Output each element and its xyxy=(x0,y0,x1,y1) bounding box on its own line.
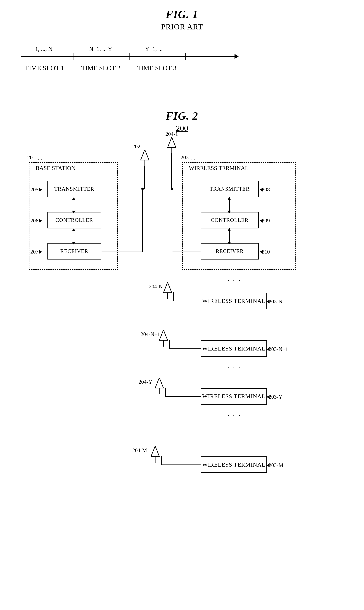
wt1-antenna xyxy=(166,137,178,154)
wtm-h-line xyxy=(161,464,201,465)
wt1-arrow-cr-up xyxy=(227,228,231,231)
fig2-section: FIG. 2 200 BASE STATION 201 ⌒ TRANSMITTE… xyxy=(0,110,364,610)
wt1-controller-arrow xyxy=(260,219,263,223)
bs-main-vline xyxy=(142,189,143,252)
wt1-transmitter-arrow xyxy=(260,188,263,192)
timeline-tick-2 xyxy=(130,53,130,60)
fig2-number: 200 xyxy=(0,123,364,133)
timeline: 1, ..., N N+1, ... Y Y+1, ... TIME SLOT … xyxy=(21,46,249,75)
wty-arrow xyxy=(267,395,270,399)
wt1-arrow-tc-up xyxy=(227,197,231,200)
wtm-antenna-ref: 204-M xyxy=(132,447,147,453)
fig1-title: FIG. 1 xyxy=(0,8,364,21)
wty-label: WIRELESS TERMINAL xyxy=(202,393,265,400)
wty-antenna-ref: 204-Y xyxy=(139,379,152,385)
wtm-label: WIRELESS TERMINAL xyxy=(202,461,265,468)
dots-3: . . . xyxy=(228,409,241,418)
wtn-h-line xyxy=(173,301,201,301)
fig1-subtitle: PRIOR ART xyxy=(0,22,364,31)
bs-controller-box: CONTROLLER xyxy=(47,212,101,228)
timeline-label-3: Y+1, ... xyxy=(145,46,163,52)
bs-receiver-ref: 207 xyxy=(30,249,39,255)
wtn-antenna-ref: 204-N xyxy=(149,284,163,290)
wt1-transmitter-ref: 208 xyxy=(262,186,270,193)
wty-h-line xyxy=(165,396,201,397)
svg-marker-10 xyxy=(151,446,159,456)
wtm-antenna xyxy=(149,446,161,463)
wty-ref: 203-Y xyxy=(269,394,282,400)
wtn1-antenna-ref: 204-N+1 xyxy=(141,331,160,337)
svg-marker-0 xyxy=(141,150,149,160)
bs-transmitter-label: TRANSMITTER xyxy=(54,186,94,192)
diagram: BASE STATION 201 ⌒ TRANSMITTER 205 CONTR… xyxy=(16,137,348,610)
bs-dot-tx xyxy=(141,187,144,190)
wt1-vbus xyxy=(172,189,172,252)
wty-v-line xyxy=(165,388,166,397)
wt1-curve: ⌒ xyxy=(191,158,195,164)
wt1-transmitter-box: TRANSMITTER xyxy=(201,181,259,197)
wt1-controller-label: CONTROLLER xyxy=(211,217,249,223)
wt1-antenna-vline xyxy=(171,153,172,189)
bs-transmitter-arrow xyxy=(39,188,42,192)
timeline-line xyxy=(21,56,249,64)
bs-antenna-vline xyxy=(144,166,145,189)
bs-h-line-tx xyxy=(101,189,143,189)
wtn1-box: WIRELESS TERMINAL xyxy=(201,340,267,357)
bs-receiver-label: RECEIVER xyxy=(60,248,88,254)
timeline-label-2: N+1, ... Y xyxy=(89,46,112,52)
wtn1-label: WIRELESS TERMINAL xyxy=(202,345,265,352)
bs-arrow-tc-down xyxy=(72,211,76,213)
wt1-receiver-arrow xyxy=(260,250,263,254)
bs-arrow-cr-down xyxy=(72,242,76,245)
wtm-arrow xyxy=(267,464,270,467)
svg-marker-8 xyxy=(155,378,163,388)
wtn-arrow xyxy=(267,300,270,304)
wtn-box: WIRELESS TERMINAL xyxy=(201,293,267,309)
wt1-receiver-ref: 210 xyxy=(262,249,270,255)
bs-transmitter-ref: 205 xyxy=(30,186,39,193)
base-station-ref: 201 xyxy=(27,154,35,161)
bs-h-line-rx xyxy=(101,251,143,252)
wty-antenna xyxy=(153,378,166,394)
wty-box: WIRELESS TERMINAL xyxy=(201,388,267,405)
wt1-receiver-label: RECEIVER xyxy=(216,248,244,254)
wtm-ref: 203-M xyxy=(269,462,283,468)
timeline-label-1: 1, ..., N xyxy=(35,46,52,52)
fig1-section: FIG. 1 PRIOR ART xyxy=(0,8,364,31)
base-station-label: BASE STATION xyxy=(36,165,76,172)
wt1-antenna-ref: 204-1 xyxy=(166,131,178,137)
wt1-arrow-tc-down xyxy=(227,211,231,213)
wt1-dot-tx xyxy=(171,187,173,190)
wt1-receiver-box: RECEIVER xyxy=(201,243,259,260)
svg-marker-4 xyxy=(163,282,172,293)
wtm-box: WIRELESS TERMINAL xyxy=(201,456,267,473)
bs-antenna-ref: 202 xyxy=(132,144,141,150)
bs-arrow-cr-up xyxy=(72,228,76,231)
bs-receiver-arrow xyxy=(39,250,42,254)
timeslot-label-3: TIME SLOT 3 xyxy=(137,64,177,72)
wtn-label: WIRELESS TERMINAL xyxy=(202,298,265,304)
wt1-h-line-rx xyxy=(172,251,201,252)
wtn1-v-line xyxy=(169,340,170,349)
wtn1-arrow xyxy=(267,347,270,351)
timeslot-label-1: TIME SLOT 1 xyxy=(25,64,64,72)
bs-controller-label: CONTROLLER xyxy=(55,217,93,223)
timeline-tick-1 xyxy=(74,53,74,60)
bs-antenna xyxy=(139,150,151,166)
wtn1-h-line xyxy=(169,348,201,349)
wt1-transmitter-label: TRANSMITTER xyxy=(210,186,250,192)
bs-transmitter-box: TRANSMITTER xyxy=(47,181,101,197)
bs-receiver-box: RECEIVER xyxy=(47,243,101,260)
wtm-v-line xyxy=(161,456,162,465)
timeslot-label-2: TIME SLOT 2 xyxy=(81,64,121,72)
dots-1: . . . xyxy=(228,274,241,283)
fig2-title: FIG. 2 xyxy=(0,110,364,122)
wtn1-ref: 203-N+1 xyxy=(269,346,288,352)
bs-controller-ref: 206 xyxy=(30,218,39,224)
wt1-label: WIRELESS TERMINAL xyxy=(189,165,249,172)
wt1-arrow-cr-down xyxy=(227,242,231,245)
wtn-ref: 203-N xyxy=(269,298,282,305)
wtn-antenna xyxy=(161,282,174,299)
bs-controller-arrow xyxy=(39,219,42,223)
timeslot-labels: TIME SLOT 1 TIME SLOT 2 TIME SLOT 3 xyxy=(21,64,249,75)
